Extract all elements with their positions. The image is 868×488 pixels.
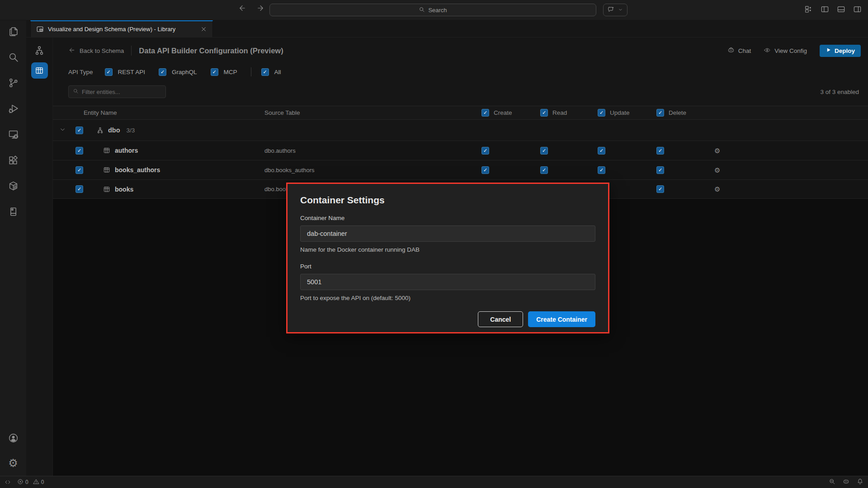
search-icon [419,6,425,14]
table-designer-icon[interactable] [31,62,48,79]
checkbox-update[interactable] [598,147,605,155]
row-settings-gear-icon[interactable]: ⚙ [714,167,868,174]
chat-label: Chat [738,47,751,54]
checkbox-mcp[interactable] [211,68,218,76]
deploy-label: Deploy [835,47,855,54]
checkbox-read[interactable] [540,147,548,155]
table-row[interactable]: authors dbo.authors ⚙ [53,141,868,160]
source-table: dbo.authors [264,147,481,154]
back-to-schema-link[interactable]: Back to Schema [68,47,124,55]
col-update: Update [610,109,630,116]
chat-button[interactable]: Chat [727,47,751,55]
copilot-status-icon[interactable] [843,478,849,486]
notifications-bell-icon[interactable] [857,478,863,486]
entity-name: books [115,186,133,193]
schema-icon [96,127,104,134]
explorer-icon[interactable] [5,24,21,39]
search-view-icon[interactable] [5,50,21,65]
api-type-label: API Type [68,69,93,75]
schema-group-row[interactable]: dbo 3/3 [53,120,868,141]
checkbox-create[interactable] [481,147,489,155]
checkbox-update[interactable] [598,166,605,174]
play-icon [826,47,831,54]
page-title: Data API Builder Configuration (Preview) [139,47,283,55]
checkbox-delete-all[interactable] [656,109,664,117]
run-debug-icon[interactable] [5,101,21,116]
nav-back-icon[interactable] [238,4,246,14]
row-settings-gear-icon[interactable]: ⚙ [714,147,868,154]
remote-explorer-icon[interactable] [5,127,21,142]
toggle-sidebar-right-icon[interactable] [853,5,862,15]
table-row[interactable]: books_authors dbo.books_authors ⚙ [53,160,868,179]
zoom-indicator-icon[interactable] [829,478,835,486]
database-project-icon[interactable] [5,204,21,219]
command-search-box[interactable]: Search [269,4,596,16]
view-config-label: View Config [774,47,807,54]
cancel-button[interactable]: Cancel [478,311,523,327]
back-label: Back to Schema [80,47,124,54]
toggle-sidebar-left-icon[interactable] [821,5,829,15]
container-name-input[interactable] [300,225,595,242]
error-count: 0 [25,479,28,485]
col-create: Create [494,109,512,116]
checkbox-graphql[interactable] [159,68,166,76]
search-placeholder: Search [428,7,447,14]
checkbox-all[interactable] [261,68,269,76]
toggle-panel-bottom-icon[interactable] [837,5,845,15]
port-input[interactable] [300,274,595,290]
checkbox-read[interactable] [540,166,548,174]
dab-config-webview: Back to Schema Data API Builder Configur… [26,38,868,476]
tab-close-icon[interactable] [200,26,207,33]
checkbox-rest-api[interactable] [105,68,113,76]
row-settings-gear-icon[interactable]: ⚙ [714,186,868,192]
group-count: 3/3 [127,127,135,134]
checkbox-create-all[interactable] [481,109,489,117]
create-container-button[interactable]: Create Container [528,311,595,327]
checkbox-row-books-authors[interactable] [75,166,83,174]
remote-indicator-icon[interactable] [5,479,11,485]
container-settings-dialog: Container Settings Container Name Name f… [286,183,609,333]
chat-sparkle-icon [608,6,614,14]
checkbox-update-all[interactable] [598,109,605,117]
settings-gear-icon[interactable]: ⚙ [5,455,21,470]
checkbox-row-books[interactable] [75,185,83,193]
divider [131,46,132,56]
table-header-row: Entity Name Source Table Create Read Upd… [53,106,868,120]
table-icon [103,186,110,193]
account-icon[interactable] [5,431,21,446]
checkbox-delete[interactable] [656,147,664,155]
checkbox-group-dbo[interactable] [75,127,83,134]
tab-title: Visualize and Design Schema (Preview) - … [48,26,175,33]
deploy-button[interactable]: Deploy [820,45,861,57]
nav-forward-icon[interactable] [256,4,264,14]
search-icon [73,88,79,96]
checkbox-create[interactable] [481,166,489,174]
col-entity-name: Entity Name [53,109,264,116]
tab-visualize-design-schema[interactable]: Visualize and Design Schema (Preview) - … [30,20,213,37]
entity-filter-box [68,85,166,98]
tab-bar: Visualize and Design Schema (Preview) - … [26,20,868,38]
col-read: Read [552,109,567,116]
chevron-down-icon[interactable] [59,126,66,135]
customize-layout-icon[interactable] [804,5,813,15]
checkbox-read-all[interactable] [540,109,548,117]
container-name-help: Name for the Docker container running DA… [300,246,595,253]
activity-bar: ⚙ [0,20,26,476]
extensions-icon[interactable] [5,153,21,168]
table-icon [103,166,110,174]
copilot-chat-button[interactable] [603,4,627,16]
checkbox-delete[interactable] [656,166,664,174]
checkbox-delete[interactable] [656,185,664,193]
checkbox-row-authors[interactable] [75,147,83,155]
source-control-icon[interactable] [5,75,21,90]
view-config-button[interactable]: View Config [764,47,807,55]
entity-filter-input[interactable] [82,89,161,95]
enabled-count: 3 of 3 enabled [820,89,859,95]
problems-indicator[interactable]: 0 0 [17,479,44,486]
entity-name: authors [115,147,138,154]
schema-diagram-icon[interactable] [34,45,45,56]
all-label: All [274,69,281,75]
error-icon [17,479,24,486]
warning-count: 0 [41,479,44,485]
containers-icon[interactable] [5,178,21,193]
